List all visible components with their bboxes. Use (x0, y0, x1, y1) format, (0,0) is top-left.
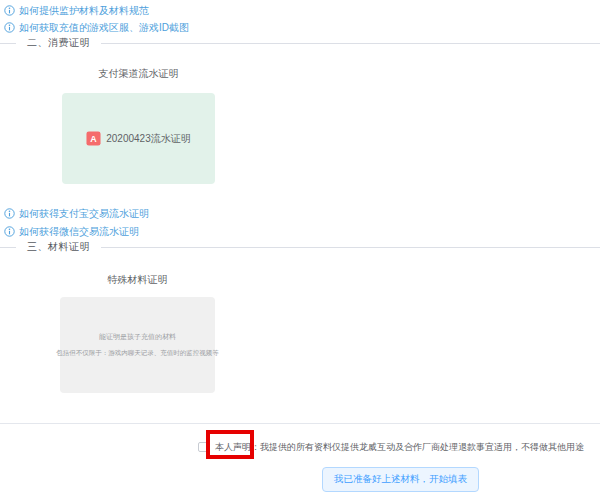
divider-line (101, 247, 600, 248)
help-link-label: 如何获取充值的游戏区服、游戏ID截图 (19, 21, 189, 34)
svg-text:A: A (91, 134, 98, 144)
uploaded-file-name: 20200423流水证明 (106, 132, 191, 146)
info-icon (4, 5, 15, 16)
declaration-text: 本人声明：我提供的所有资料仅提供龙威互动及合作厂商处理退款事宜适用，不得做其他用… (215, 441, 584, 454)
section-divider-material: 三、材料证明 (0, 240, 600, 254)
section-title-material: 三、材料证明 (27, 240, 90, 254)
help-link-label: 如何提供监护材料及材料规范 (19, 4, 149, 17)
help-link-game-server-screenshot[interactable]: 如何获取充值的游戏区服、游戏ID截图 (4, 21, 189, 34)
upload-hint-line: 能证明是孩子充值的材料 (99, 332, 176, 342)
payment-proof-label: 支付渠道流水证明 (62, 67, 215, 81)
info-icon (4, 22, 15, 33)
special-material-upload-area[interactable]: 能证明是孩子充值的材料 包括但不仅限于：游戏内聊天记录、充值时的监控视频等 (60, 297, 215, 393)
section-title-consumption: 二、消费证明 (27, 36, 90, 50)
help-link-alipay-statement[interactable]: 如何获得支付宝交易流水证明 (4, 207, 149, 220)
pdf-file-icon: A (86, 131, 101, 146)
declaration-checkbox[interactable] (198, 442, 208, 452)
uploaded-file-row: A 20200423流水证明 (86, 131, 191, 146)
special-material-label: 特殊材料证明 (60, 273, 215, 287)
footer-divider (0, 423, 600, 424)
divider-line (101, 43, 600, 44)
divider-line (0, 247, 16, 248)
help-link-label: 如何获得微信交易流水证明 (19, 225, 139, 238)
payment-proof-file-card[interactable]: A 20200423流水证明 (62, 93, 215, 184)
divider-line (0, 43, 16, 44)
help-link-label: 如何获得支付宝交易流水证明 (19, 207, 149, 220)
help-link-guardian-materials[interactable]: 如何提供监护材料及材料规范 (4, 4, 149, 17)
upload-hint-line: 包括但不仅限于：游戏内聊天记录、充值时的监控视频等 (56, 349, 219, 358)
section-divider-consumption: 二、消费证明 (0, 36, 600, 50)
help-link-wechat-statement[interactable]: 如何获得微信交易流水证明 (4, 225, 139, 238)
start-form-button[interactable]: 我已准备好上述材料，开始填表 (322, 467, 479, 492)
declaration-row: 本人声明：我提供的所有资料仅提供龙威互动及合作厂商处理退款事宜适用，不得做其他用… (198, 439, 584, 455)
info-icon (4, 226, 15, 237)
info-icon (4, 208, 15, 219)
refund-materials-page: 如何提供监护材料及材料规范 如何获取充值的游戏区服、游戏ID截图 二、消费证明 … (0, 0, 600, 497)
